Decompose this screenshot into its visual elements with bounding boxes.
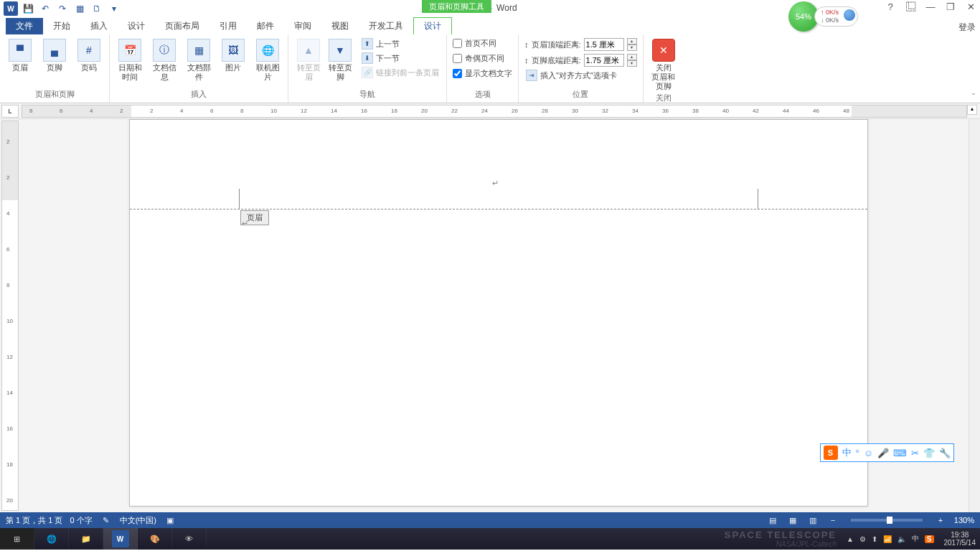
status-language[interactable]: 中文(中国)	[120, 515, 156, 526]
vertical-scrollbar[interactable]	[969, 119, 980, 512]
spinner[interactable]: ▴▾	[627, 54, 637, 67]
spin-down-icon[interactable]: ▾	[627, 60, 637, 67]
proofing-icon[interactable]: ✎	[100, 516, 113, 525]
tray-settings-icon[interactable]: ⚙	[859, 535, 866, 543]
tab-view[interactable]: 视图	[321, 18, 359, 34]
checkbox-input[interactable]	[453, 69, 462, 78]
spin-up-icon[interactable]: ▴	[627, 38, 637, 44]
ribbon-button[interactable]: ▄页脚	[39, 37, 70, 74]
table-icon[interactable]: ▦	[72, 1, 88, 17]
ime-toolbar[interactable]: S 中 ° ☺ 🎤 ⌨ ✂ 👕 🔧	[820, 443, 954, 462]
tray-volume-icon[interactable]: 🔈	[897, 535, 906, 543]
tab-insert[interactable]: 插入	[80, 18, 118, 34]
close-icon[interactable]: ✕	[964, 1, 977, 12]
tray-overflow-icon[interactable]: ▲	[847, 535, 854, 543]
tray-update-icon[interactable]: ⬆	[872, 535, 877, 543]
status-page[interactable]: 第 1 页，共 1 页	[6, 515, 62, 526]
horizontal-ruler[interactable]: 8642246810121416182022242628303234363840…	[22, 105, 967, 118]
ribbon-small-button[interactable]: ⬇下一节	[359, 52, 442, 65]
tab-home[interactable]: 开始	[43, 18, 80, 34]
ime-lang[interactable]: 中	[842, 446, 852, 459]
tab-hf-design[interactable]: 设计	[413, 17, 452, 34]
tray-clock[interactable]: 19:38 2017/5/14	[944, 531, 976, 547]
tray-ime-icon[interactable]: S	[925, 535, 934, 543]
ribbon-small-button[interactable]: ⬆上一节	[359, 37, 442, 50]
tray-network-icon[interactable]: 📶	[883, 535, 892, 543]
macro-icon[interactable]: ▣	[164, 516, 176, 525]
spin-down-icon[interactable]: ▾	[627, 44, 637, 51]
option-checkbox[interactable]: 首页不同	[451, 37, 514, 50]
save-icon[interactable]: 💾	[20, 1, 36, 17]
taskbar-app-explorer[interactable]: 📁	[69, 528, 103, 550]
ribbon-button[interactable]: ▀页眉	[4, 37, 36, 74]
taskbar-app-word[interactable]: W	[103, 528, 138, 550]
ribbon-button[interactable]: ⓘ文档信息	[149, 37, 180, 83]
checkbox-input[interactable]	[453, 54, 462, 63]
taskbar-app-browser[interactable]: 🌐	[34, 528, 69, 550]
web-layout-icon[interactable]: ▥	[806, 516, 819, 525]
login-link[interactable]: 登录	[958, 22, 976, 34]
paragraph-mark-icon: ↵	[492, 179, 499, 188]
spinner[interactable]: ▴▾	[627, 38, 637, 51]
ribbon-button[interactable]: 🖼图片	[217, 37, 249, 74]
network-monitor[interactable]: 54% ↑ 0K/s ↓ 0K/s	[788, 3, 858, 30]
ribbon-button[interactable]: 📅日期和时间	[114, 37, 146, 83]
tab-design[interactable]: 设计	[118, 18, 155, 34]
ribbon-btn-icon: 📅	[118, 39, 141, 62]
read-mode-icon[interactable]: ▤	[766, 516, 779, 525]
taskbar-app-viewer[interactable]: 👁	[172, 528, 207, 550]
distance-input[interactable]	[584, 54, 624, 67]
tab-review[interactable]: 审阅	[284, 18, 321, 34]
tab-layout[interactable]: 页面布局	[155, 18, 209, 34]
tab-references[interactable]: 引用	[209, 18, 247, 34]
ime-emoji-icon[interactable]: ☺	[864, 448, 873, 458]
page[interactable]: ↵ 页眉 ↵	[129, 119, 868, 507]
spin-up-icon[interactable]: ▴	[627, 54, 637, 60]
close-header-footer-button[interactable]: ✕ 关闭 页眉和页脚	[648, 37, 679, 93]
ribbon-options-icon[interactable]: ⿺	[904, 1, 917, 12]
scroll-up-icon[interactable]: ▴	[967, 105, 977, 115]
tab-developer[interactable]: 开发工具	[359, 18, 413, 34]
ime-softkbd-icon[interactable]: ⌨	[893, 448, 907, 458]
distance-input[interactable]	[584, 38, 624, 51]
zoom-out-icon[interactable]: −	[826, 516, 839, 524]
ribbon-button[interactable]: ▼转至页脚	[324, 37, 356, 83]
qat-customize-icon[interactable]: ▾	[106, 1, 122, 17]
tab-selector[interactable]: L	[1, 105, 19, 118]
insert-align-tab-button[interactable]: ⇥插入"对齐方式"选项卡	[523, 69, 639, 82]
zoom-in-icon[interactable]: +	[934, 516, 947, 524]
checkbox-input[interactable]	[453, 39, 462, 48]
ime-logo-icon[interactable]: S	[824, 446, 838, 460]
zoom-slider[interactable]	[851, 519, 923, 522]
app-name: Word	[496, 3, 517, 15]
small-btn-label: 下一节	[376, 53, 400, 64]
tab-mailings[interactable]: 邮件	[247, 18, 284, 34]
maximize-icon[interactable]: ❐	[944, 1, 957, 12]
ribbon-button[interactable]: ▦文档部件	[183, 37, 215, 83]
ribbon-button[interactable]: #页码	[73, 37, 105, 74]
option-checkbox[interactable]: 奇偶页不同	[451, 52, 514, 65]
print-layout-icon[interactable]: ▦	[786, 516, 799, 525]
undo-icon[interactable]: ↶	[37, 1, 53, 17]
new-doc-icon[interactable]: 🗋	[89, 1, 105, 17]
collapse-ribbon-icon[interactable]: ˇ	[967, 34, 980, 103]
taskbar-app-paint[interactable]: 🎨	[138, 528, 172, 550]
ime-voice-icon[interactable]: 🎤	[877, 448, 889, 458]
ime-punct-icon[interactable]: °	[856, 448, 859, 458]
start-button[interactable]: ⊞	[0, 528, 34, 550]
status-words[interactable]: 0 个字	[70, 515, 92, 526]
redo-icon[interactable]: ↷	[55, 1, 70, 17]
tray-ime-lang[interactable]: 中	[912, 534, 919, 544]
minimize-icon[interactable]: —	[924, 1, 937, 12]
vertical-ruler[interactable]: 22468101214161820	[1, 121, 19, 511]
ime-shirt-icon[interactable]: 👕	[923, 448, 935, 458]
paragraph-mark-icon: ↵	[242, 219, 248, 228]
ribbon-button[interactable]: 🌐联机图片	[252, 37, 283, 83]
tab-file[interactable]: 文件	[6, 18, 43, 34]
ime-settings-icon[interactable]: 🔧	[939, 448, 951, 458]
ime-skin-icon[interactable]: ✂	[911, 448, 919, 458]
option-checkbox[interactable]: 显示文档文字	[451, 67, 514, 80]
help-icon[interactable]: ?	[884, 1, 897, 12]
zoom-level[interactable]: 130%	[954, 516, 974, 524]
document-canvas[interactable]: ↵ 页眉 ↵ S 中 ° ☺ 🎤 ⌨ ✂ 👕 🔧	[20, 119, 969, 512]
